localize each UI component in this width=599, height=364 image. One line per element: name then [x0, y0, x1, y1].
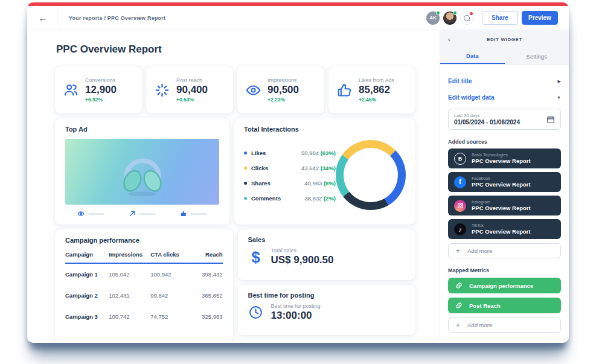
best-time-widget[interactable]: Best time for posting Best time for post…: [238, 285, 416, 335]
link-icon: [455, 302, 463, 309]
people-icon: [63, 82, 79, 98]
avatar-initials-label: AK: [429, 15, 437, 21]
column-header: Reach: [190, 251, 222, 258]
metric-delta: +0.53%: [176, 97, 208, 103]
eye-icon: [77, 210, 85, 217]
panel-body: Edit title ▶ Edit widget data ▼ Last 30 …: [440, 65, 569, 333]
avatar-photo[interactable]: [443, 11, 456, 25]
avatar-initials[interactable]: AK: [426, 11, 440, 25]
online-status-dot: [436, 11, 440, 15]
legend-value: 40,983 (8%): [304, 180, 336, 187]
cell: 99,842: [150, 292, 190, 299]
legend-label: Clicks: [251, 165, 268, 171]
metric-label: Post reach: [176, 77, 208, 83]
kpi-text: Best time for posting 13:00:00: [271, 303, 321, 322]
source-card-tiktok[interactable]: ♪ TikTok PPC Overview Report: [448, 219, 561, 239]
interactions-body: Likes 50,984 (63%) Clicks 43,642 (34%): [244, 133, 406, 217]
edit-title-row[interactable]: Edit title ▶: [448, 78, 561, 85]
widget-title: Campaign performance: [65, 237, 223, 244]
panel-back-chevron-icon[interactable]: ‹: [448, 36, 450, 43]
eye-icon: [245, 82, 261, 98]
right-widgets-stack: Sales $ Total sales US$ 9,900.50 Best ti…: [238, 229, 416, 342]
chevron-down-icon: ▼: [557, 95, 561, 100]
edit-widget-data-row[interactable]: Edit widget data ▼: [448, 94, 561, 101]
metric-card-post-reach[interactable]: Post reach 90,400 +0.53%: [146, 66, 233, 113]
cell: 74,752: [150, 313, 190, 320]
panel-tabs: Data Settings: [440, 48, 569, 65]
mapped-metric-label: Post Reach: [469, 302, 501, 309]
clock-icon: [248, 305, 264, 321]
source-report: PPC Overview Report: [472, 228, 531, 235]
cell: 365,652: [190, 292, 222, 299]
edit-title-label: Edit title: [448, 78, 472, 85]
panel-top: ‹ EDIT WIDGET Data Settings: [440, 30, 569, 65]
cell: Campaign 3: [65, 313, 109, 320]
cell: 398,432: [190, 271, 222, 278]
metric-delta: +2.45%: [359, 97, 394, 103]
metric-label: Likes from Ads: [359, 77, 394, 83]
kpi-label: Best time for posting: [271, 303, 321, 309]
sales-kpi: $ Total sales US$ 9,900.50: [248, 247, 406, 266]
metric-label: Conversions: [85, 77, 117, 83]
legend-value: 50,984 (63%): [301, 150, 336, 156]
legend-label: Comments: [251, 195, 281, 202]
ad-shares-stat: [129, 210, 156, 217]
date-range-value: 01/05/2024 - 01/06/2024: [454, 119, 520, 126]
legend-item-clicks: Clicks 43,642 (34%): [244, 165, 336, 171]
back-arrow-icon: ←: [39, 13, 48, 23]
preview-button[interactable]: Preview: [522, 11, 558, 25]
kpi-value: US$ 9,900.50: [271, 254, 334, 266]
mapped-metric-post-reach[interactable]: Post Reach: [448, 298, 561, 313]
basis-technologies-icon: B: [454, 153, 466, 165]
panel-title: EDIT WIDGET: [440, 37, 569, 42]
mapped-metric-campaign-performance[interactable]: Campaign performance: [448, 278, 561, 293]
legend-dot: [244, 182, 247, 185]
dollar-icon: $: [248, 249, 264, 265]
donut-legend: Likes 50,984 (63%) Clicks 43,642 (34%): [244, 150, 336, 202]
top-bar: ← Your reports / PPC Overview Report AK …: [27, 6, 569, 30]
source-card-facebook[interactable]: f Facebook PPC Overview Report: [448, 172, 561, 192]
column-header: CTA clicks: [150, 251, 190, 258]
source-report: PPC Overview Report: [472, 158, 531, 164]
top-ad-widget[interactable]: Top Ad: [55, 118, 229, 225]
date-range-picker[interactable]: Last 30 days 01/05/2024 - 01/06/2024: [448, 109, 561, 130]
add-source-button[interactable]: + Add more: [448, 243, 561, 258]
metric-card-impressions[interactable]: Impressions 90,500 +2.23%: [237, 66, 324, 113]
cell: Campaign 2: [65, 292, 109, 299]
metric-value: 90,400: [176, 85, 208, 95]
metric-card-likes-from-ads[interactable]: Likes from Ads 85,862 +2.45%: [328, 66, 415, 113]
source-card-basis[interactable]: B Basis Technologies PPC Overview Report: [448, 148, 561, 168]
comments-button[interactable]: [460, 11, 473, 25]
add-metric-button[interactable]: + Add more: [448, 318, 561, 333]
cell: 105,042: [109, 271, 150, 278]
ad-creative-image: [65, 139, 219, 205]
breadcrumb[interactable]: Your reports / PPC Overview Report: [69, 15, 165, 21]
legend-item-shares: Shares 40,983 (8%): [244, 180, 336, 187]
back-button[interactable]: ←: [27, 6, 59, 30]
legend-dot: [244, 197, 247, 200]
source-text: TikTok PPC Overview Report: [472, 223, 531, 235]
ad-stats-row: [65, 210, 219, 217]
placeholder-line: [191, 213, 207, 215]
row-3: Campaign performance Campaign Impression…: [55, 229, 415, 342]
calendar-icon: [546, 115, 555, 124]
kpi-text: Total sales US$ 9,900.50: [271, 247, 334, 266]
placeholder-line: [88, 213, 104, 215]
source-card-instagram[interactable]: Instagram PPC Overview Report: [448, 196, 561, 216]
metric-text: Conversions 12,900 +6.92%: [85, 77, 117, 103]
metric-text: Likes from Ads 85,862 +2.45%: [359, 77, 394, 103]
legend-label: Shares: [251, 180, 271, 187]
table-row: Campaign 2 102,431 99,842 365,652: [65, 285, 223, 306]
tab-settings[interactable]: Settings: [505, 48, 569, 64]
legend-item-likes: Likes 50,984 (63%): [244, 150, 336, 156]
share-button[interactable]: Share: [482, 11, 518, 25]
tab-data[interactable]: Data: [440, 48, 505, 64]
total-interactions-widget[interactable]: Total Interactions Likes 50,984 (63%): [234, 118, 415, 225]
source-report: PPC Overview Report: [472, 205, 531, 211]
table-row: Campaign 1 105,042 100,942 398,432: [65, 264, 223, 285]
metric-card-conversions[interactable]: Conversions 12,900 +6.92%: [55, 66, 142, 113]
campaign-performance-widget[interactable]: Campaign performance Campaign Impression…: [55, 229, 233, 342]
donut-chart: [336, 140, 406, 210]
sales-widget[interactable]: Sales $ Total sales US$ 9,900.50: [238, 229, 416, 280]
widget-title: Top Ad: [65, 126, 219, 133]
